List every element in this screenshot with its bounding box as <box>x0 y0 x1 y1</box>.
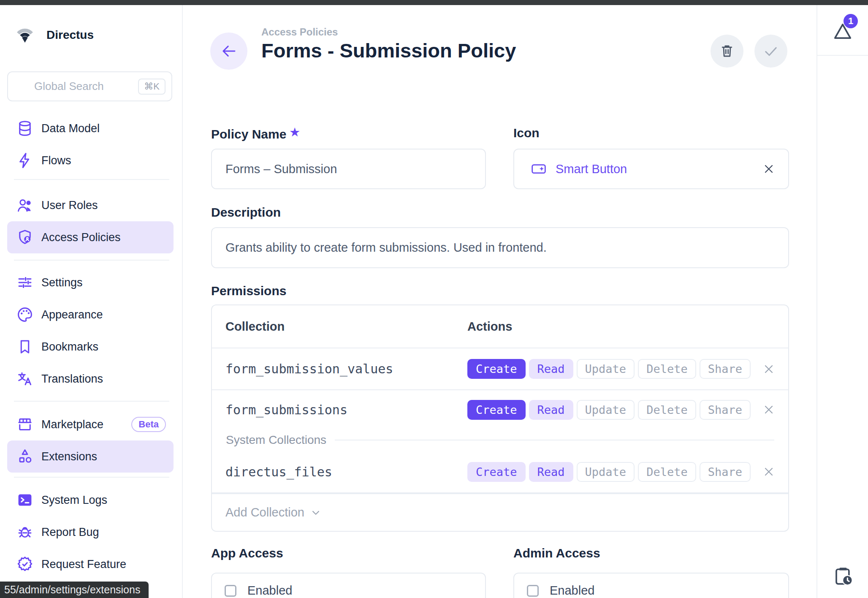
remove-permission-button[interactable] <box>762 403 776 416</box>
divider-line <box>335 440 774 440</box>
remove-permission-button[interactable] <box>762 465 776 478</box>
sidebar-item-settings[interactable]: Settings <box>7 266 174 299</box>
collection-column-header: Collection <box>225 320 467 334</box>
permission-row-directus_files: directus_filesCreateReadUpdateDeleteShar… <box>212 451 788 493</box>
smart-button-icon <box>530 160 547 177</box>
user-roles-icon <box>16 196 34 214</box>
sidebar-item-access-policies[interactable]: Access Policies <box>7 221 174 253</box>
action-chips: CreateReadUpdateDeleteShare <box>467 462 751 482</box>
permissions-rows: form_submission_valuesCreateReadUpdateDe… <box>212 348 788 493</box>
sidebar-group-0: Data ModelFlows <box>7 112 174 177</box>
sidebar-item-appearance[interactable]: Appearance <box>7 299 174 331</box>
system-collections-label: System Collections <box>226 433 326 447</box>
directus-app: Directus Global Search ⌘K Data ModelFlow… <box>0 0 868 598</box>
access-policies-icon <box>16 228 34 246</box>
bolt-icon <box>16 152 34 169</box>
remove-permission-button[interactable] <box>762 362 776 376</box>
collection-name: form_submission_values <box>225 362 467 376</box>
trash-icon <box>719 43 735 60</box>
admin-access-checkbox-label: Enabled <box>550 584 594 598</box>
system-collections-divider: System Collections <box>212 429 788 451</box>
icon-field[interactable]: Smart Button <box>513 149 789 189</box>
sidebar-divider <box>14 477 169 478</box>
permissions-label: Permissions <box>211 284 286 298</box>
action-toggle-create[interactable]: Create <box>467 400 526 420</box>
action-toggle-read[interactable]: Read <box>529 359 573 379</box>
action-toggle-delete[interactable]: Delete <box>638 400 696 420</box>
action-toggle-update[interactable]: Update <box>577 359 635 379</box>
sidebar-item-label: Settings <box>41 276 83 289</box>
sidebar-item-label: Marketplace <box>41 418 103 431</box>
sidebar-item-user-roles[interactable]: User Roles <box>7 189 174 221</box>
sidebar-item-label: User Roles <box>41 199 98 212</box>
action-toggle-read[interactable]: Read <box>529 400 573 420</box>
policy-name-input[interactable]: Forms – Submission <box>211 149 486 189</box>
sidebar-item-extensions[interactable]: Extensions <box>7 440 174 473</box>
description-input[interactable]: Grants ability to create form submission… <box>211 227 789 268</box>
sidebar-item-label: Bookmarks <box>41 340 98 353</box>
breadcrumb[interactable]: Access Policies <box>261 26 338 38</box>
sidebar-item-label: Data Model <box>41 122 100 135</box>
permission-row-form_submissions: form_submissionsCreateReadUpdateDeleteSh… <box>212 390 788 429</box>
action-toggle-delete[interactable]: Delete <box>638 359 696 379</box>
action-toggle-share[interactable]: Share <box>700 400 751 420</box>
admin-access-label: Admin Access <box>513 546 600 560</box>
right-sidebar: 1 <box>816 5 868 598</box>
sidebar-nav: Data ModelFlowsUser RolesAccess Policies… <box>0 5 183 598</box>
policy-name-label: Policy Name★ <box>211 126 300 141</box>
action-toggle-read[interactable]: Read <box>529 462 573 482</box>
left-sidebar: Directus Global Search ⌘K Data ModelFlow… <box>0 5 183 598</box>
back-button[interactable] <box>210 33 247 70</box>
sidebar-item-translations[interactable]: Translations <box>7 363 174 395</box>
arrow-left-icon <box>220 42 238 60</box>
app-access-box: Enabled <box>211 573 486 598</box>
sidebar-item-bookmarks[interactable]: Bookmarks <box>7 331 174 363</box>
sidebar-item-label: Report Bug <box>41 526 99 539</box>
permissions-table-header: Collection Actions <box>212 305 788 348</box>
revisions-clipboard-icon[interactable] <box>832 565 854 587</box>
action-toggle-create[interactable]: Create <box>467 359 526 379</box>
sidebar-divider <box>14 401 169 402</box>
sidebar-item-marketplace[interactable]: MarketplaceBeta <box>7 408 174 440</box>
save-button[interactable] <box>754 35 787 68</box>
sidebar-divider <box>14 179 169 180</box>
admin-access-checkbox[interactable] <box>527 585 539 597</box>
tune-icon <box>16 274 34 291</box>
add-collection-button[interactable]: Add Collection <box>212 493 788 531</box>
sidebar-item-data-model[interactable]: Data Model <box>7 112 174 144</box>
sidebar-item-label: Appearance <box>41 308 103 321</box>
clear-icon-button[interactable] <box>762 162 776 176</box>
sidebar-item-label: Translations <box>41 372 103 386</box>
shapes-icon <box>16 448 34 465</box>
sidebar-divider <box>14 260 169 261</box>
translate-icon <box>16 370 34 388</box>
description-value: Grants ability to create form submission… <box>225 228 547 267</box>
delete-button[interactable] <box>711 35 743 68</box>
sidebar-item-flows[interactable]: Flows <box>7 144 174 177</box>
sidebar-item-system-logs[interactable]: System Logs <box>7 484 174 516</box>
icon-field-value: Smart Button <box>556 162 627 176</box>
permission-row-form_submission_values: form_submission_valuesCreateReadUpdateDe… <box>212 348 788 390</box>
chevron-down-icon <box>309 506 322 519</box>
notification-count-badge: 1 <box>844 14 858 28</box>
sidebar-group-1: User RolesAccess Policies <box>7 189 174 253</box>
action-chips: CreateReadUpdateDeleteShare <box>467 400 751 420</box>
action-toggle-share[interactable]: Share <box>700 462 751 482</box>
action-toggle-share[interactable]: Share <box>700 359 751 379</box>
collection-name: form_submissions <box>225 402 467 417</box>
database-icon <box>16 120 34 137</box>
terminal-icon <box>16 491 34 509</box>
sidebar-item-label: Flows <box>41 154 71 167</box>
action-toggle-delete[interactable]: Delete <box>638 462 696 482</box>
collection-name: directus_files <box>225 465 467 479</box>
sidebar-item-report-bug[interactable]: Report Bug <box>7 516 174 548</box>
action-toggle-update[interactable]: Update <box>577 462 635 482</box>
action-toggle-update[interactable]: Update <box>577 400 635 420</box>
action-toggle-create[interactable]: Create <box>467 462 526 482</box>
sidebar-item-request-feature[interactable]: Request Feature <box>7 548 174 580</box>
sidebar-item-label: Extensions <box>41 450 97 463</box>
actions-column-header: Actions <box>467 320 512 334</box>
app-access-checkbox[interactable] <box>225 585 236 597</box>
sidebar-item-label: Request Feature <box>41 558 126 571</box>
description-label: Description <box>211 205 281 220</box>
